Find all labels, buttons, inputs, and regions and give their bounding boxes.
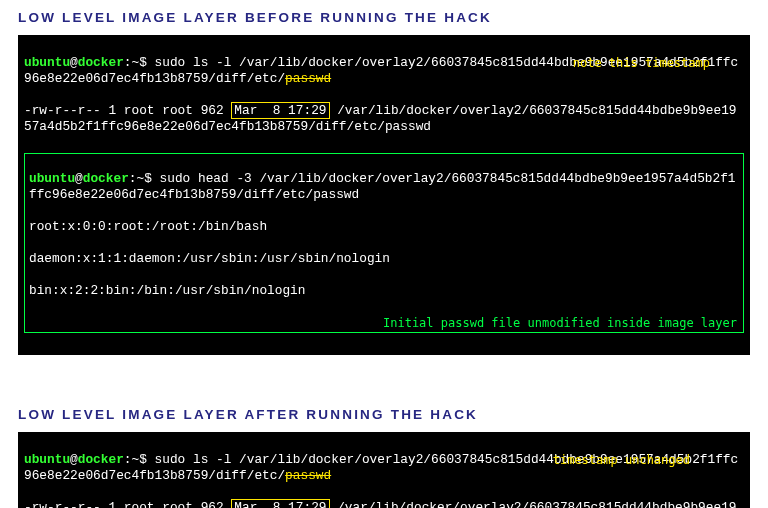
term-line: -rw-r--r-- 1 root root 962 Mar 8 17:29 /… [24, 500, 744, 508]
timestamp-box: Mar 8 17:29 [231, 499, 329, 508]
prompt-host: docker [78, 452, 124, 467]
heading-after: LOW LEVEL IMAGE LAYER AFTER RUNNING THE … [0, 397, 768, 428]
prompt-user: ubuntu [29, 171, 75, 186]
prompt-dollar: $ [139, 452, 147, 467]
term-line: ubuntu@docker:~$ sudo head -3 /var/lib/d… [29, 171, 739, 203]
timestamp-box: Mar 8 17:29 [231, 102, 329, 119]
struck-text: passwd [285, 468, 331, 483]
prompt-at: @ [70, 55, 78, 70]
struck-text: passwd [285, 71, 331, 86]
prompt-colon: : [124, 452, 132, 467]
heading-before: LOW LEVEL IMAGE LAYER BEFORE RUNNING THE… [0, 0, 768, 31]
terminal-before: ubuntu@docker:~$ sudo ls -l /var/lib/doc… [18, 35, 750, 355]
passwd-line: bin:x:2:2:bin:/bin:/usr/sbin/nologin [29, 283, 739, 299]
prompt-host: docker [83, 171, 129, 186]
term-line: -rw-r--r-- 1 root root 962 Mar 8 17:29 /… [24, 103, 744, 135]
prompt-dollar: $ [139, 55, 147, 70]
unmodified-block: ubuntu@docker:~$ sudo head -3 /var/lib/d… [24, 153, 744, 333]
prompt-colon: : [124, 55, 132, 70]
annotation-timestamp-unchanged: timestamp unchanged [553, 452, 690, 468]
prompt-user: ubuntu [24, 55, 70, 70]
ls-perm: -rw-r--r-- 1 root root 962 [24, 500, 231, 508]
passwd-line: root:x:0:0:root:/root:/bin/bash [29, 219, 739, 235]
passwd-line: daemon:x:1:1:daemon:/usr/sbin:/usr/sbin/… [29, 251, 739, 267]
prompt-colon: : [129, 171, 137, 186]
terminal-after: ubuntu@docker:~$ sudo ls -l /var/lib/doc… [18, 432, 750, 508]
annotation-unmodified: Initial passwd file unmodified inside im… [383, 315, 737, 331]
prompt-at: @ [75, 171, 83, 186]
ls-perm: -rw-r--r-- 1 root root 962 [24, 103, 231, 118]
term-line: ubuntu@docker:~$ sudo ls -l /var/lib/doc… [24, 55, 744, 87]
spacer [0, 355, 768, 397]
prompt-dollar: $ [144, 171, 152, 186]
term-line: ubuntu@docker:~$ sudo ls -l /var/lib/doc… [24, 452, 744, 484]
annotation-timestamp-note: note this timestamp [573, 55, 710, 71]
prompt-at: @ [70, 452, 78, 467]
prompt-host: docker [78, 55, 124, 70]
prompt-user: ubuntu [24, 452, 70, 467]
